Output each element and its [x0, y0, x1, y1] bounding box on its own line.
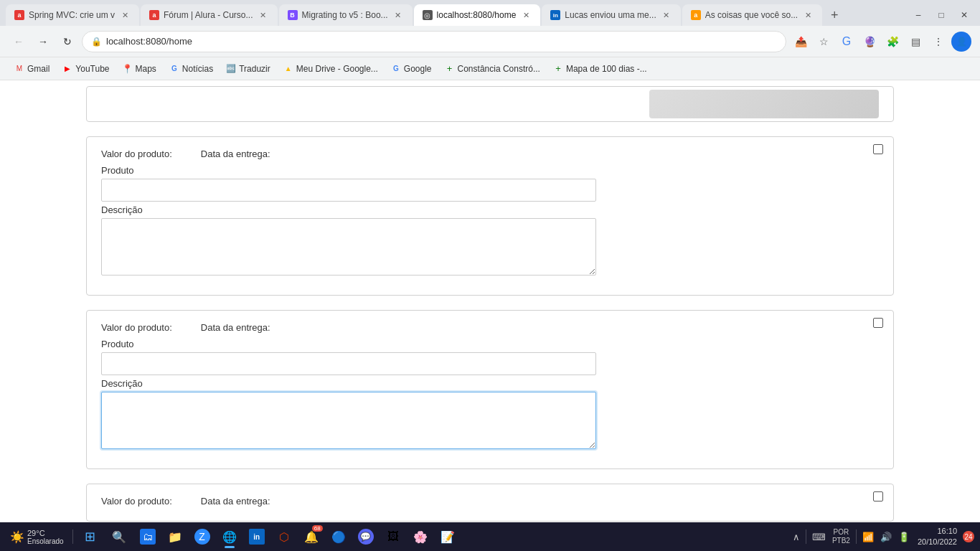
tab-icon-spring: a	[14, 10, 24, 20]
reading-mode-button[interactable]: ▤	[905, 32, 925, 52]
gmail-icon: M	[14, 64, 24, 74]
bookmark-drive[interactable]: ▲ Meu Drive - Google...	[278, 61, 384, 77]
taskbar-explorer-icon[interactable]: 📁	[162, 524, 188, 550]
start-button[interactable]: ⊞	[77, 524, 103, 550]
tab-icon-migrating: B	[288, 10, 298, 20]
window-controls: – □ ✕	[908, 7, 974, 26]
noticias-icon: G	[169, 64, 179, 74]
back-button[interactable]: ←	[9, 32, 29, 52]
photo-icon: 🖼	[385, 529, 401, 545]
taskbar-zoom-icon[interactable]: Z	[189, 524, 215, 550]
edge-icon: 🌐	[222, 529, 237, 545]
bookmark-youtube[interactable]: ▶ YouTube	[57, 61, 115, 77]
card3-checkbox[interactable]	[873, 491, 883, 501]
taskbar-notes-icon[interactable]: 📝	[435, 524, 461, 550]
taskbar-office-icon[interactable]: ⬡	[271, 524, 297, 550]
tray-network-icon[interactable]: 📶	[860, 530, 876, 544]
tab-migrating[interactable]: B Migrating to v5 : Boo... ✕	[279, 4, 413, 26]
google-account-button[interactable]: G	[837, 32, 857, 52]
bookmark-noticias[interactable]: G Notícias	[164, 61, 219, 77]
taskbar-apps: 🗂 📁 Z 🌐 in ⬡ 🔔 68 🔵	[135, 524, 461, 550]
card2-descricao-textarea[interactable]	[101, 392, 596, 449]
card1-checkbox[interactable]	[873, 144, 883, 154]
card1-data-label: Data da entrega:	[201, 149, 270, 159]
tab-close-linkedin[interactable]: ✕	[661, 9, 672, 21]
tab-icon-localhost: ◎	[423, 10, 433, 20]
linkedin-icon: in	[249, 529, 265, 545]
bookmark-google[interactable]: G Google	[385, 61, 438, 77]
new-tab-button[interactable]: +	[824, 4, 845, 26]
clock-date: 20/10/2022	[918, 537, 957, 547]
bookmarks-bar: M Gmail ▶ YouTube 📍 Maps G Notícias 🔤 Tr…	[0, 57, 980, 80]
weather-icon: ☀️	[10, 530, 24, 544]
card1-valor-label: Valor do produto:	[101, 149, 172, 159]
tab-close-spring[interactable]: ✕	[119, 9, 131, 21]
card2-valor-label: Valor do produto:	[101, 322, 172, 333]
address-bar[interactable]: 🔒 localhost:8080/home	[82, 31, 786, 52]
tray-chevron-icon[interactable]: ∧	[791, 530, 802, 544]
bookmark-constancia[interactable]: + Constância Constró...	[439, 61, 546, 77]
profile-button[interactable]: 👤	[951, 32, 971, 52]
tray-keyboard-icon[interactable]: ⌨	[810, 530, 828, 544]
card1-produto-input[interactable]	[101, 179, 596, 202]
bookmark-maps[interactable]: 📍 Maps	[117, 61, 162, 77]
taskbar-badge-68-icon[interactable]: 🔔 68	[298, 524, 324, 550]
weather-widget[interactable]: ☀️ 29°C Ensolarado	[6, 527, 68, 547]
tab-close-localhost[interactable]: ✕	[520, 9, 532, 21]
minimize-button[interactable]: –	[908, 7, 928, 23]
card2-produto-input[interactable]	[101, 352, 596, 375]
constancia-icon: +	[445, 64, 455, 74]
bookmark-gmail[interactable]: M Gmail	[9, 61, 55, 77]
tab-close-alura[interactable]: ✕	[258, 9, 269, 21]
tab-title-linkedin: Lucas enviou uma me...	[565, 10, 656, 20]
tab-close-migrating[interactable]: ✕	[392, 9, 404, 21]
youtube-icon: ▶	[62, 64, 72, 74]
card2-produto-group: Produto	[101, 339, 879, 375]
forward-button[interactable]: →	[33, 32, 53, 52]
tray-battery-icon[interactable]: 🔋	[896, 530, 912, 544]
tab-spring-mvc[interactable]: a Spring MVC: crie um v ✕	[6, 4, 139, 26]
tab-forum-alura[interactable]: a Fórum | Alura - Curso... ✕	[141, 4, 277, 26]
tray-lang-icon[interactable]: POR PTB2	[830, 527, 852, 547]
taskbar-flower-icon[interactable]: 🌸	[407, 524, 433, 550]
tab-localhost[interactable]: ◎ localhost:8080/home ✕	[414, 4, 541, 26]
bookmark-traduzir[interactable]: 🔤 Traduzir	[220, 61, 276, 77]
clock-widget[interactable]: 16:10 20/10/2022	[915, 526, 960, 548]
extension-button[interactable]: 🔮	[859, 32, 880, 52]
card2-checkbox[interactable]	[873, 318, 883, 328]
notification-count[interactable]: 24	[963, 531, 974, 542]
top-partial-image	[649, 90, 879, 118]
maps-icon: 📍	[123, 64, 133, 74]
taskbar-chrome-icon[interactable]: 🔵	[326, 524, 352, 550]
address-text: localhost:8080/home	[106, 36, 192, 47]
close-window-button[interactable]: ✕	[954, 7, 974, 23]
flower-icon: 🌸	[413, 529, 428, 545]
taskbar-search-button[interactable]: 🔍	[106, 524, 132, 550]
tray-volume-icon[interactable]: 🔊	[878, 530, 894, 544]
reload-button[interactable]: ↻	[57, 32, 77, 52]
card1-descricao-textarea[interactable]	[101, 218, 596, 276]
zoom-icon: Z	[194, 529, 210, 545]
card1-produto-group: Produto	[101, 165, 879, 202]
menu-button[interactable]: ⋮	[928, 32, 948, 52]
bookmark-mapa[interactable]: + Mapa de 100 dias -...	[547, 61, 653, 77]
bookmark-google-label: Google	[404, 64, 432, 74]
card2-descricao-group: Descrição	[101, 378, 879, 451]
form-card-1: Valor do produto: Data da entrega: Produ…	[86, 136, 894, 296]
taskbar-divider-1	[72, 529, 73, 544]
lock-icon: 🔒	[91, 37, 102, 47]
taskbar-linkedin-icon[interactable]: in	[244, 524, 270, 550]
page-inner: Valor do produto: Data da entrega: Produ…	[0, 86, 980, 522]
taskbar-edge-icon[interactable]: 🌐	[217, 524, 242, 550]
tab-close-amazon[interactable]: ✕	[802, 9, 814, 21]
tab-amazon[interactable]: a As coisas que você so... ✕	[682, 4, 822, 26]
tab-linkedin[interactable]: in Lucas enviou uma me... ✕	[542, 4, 680, 26]
maximize-button[interactable]: □	[931, 7, 951, 23]
taskbar-files-icon[interactable]: 🗂	[135, 524, 161, 550]
taskbar-photo-icon[interactable]: 🖼	[380, 524, 406, 550]
cast-button[interactable]: 📤	[791, 32, 811, 52]
taskbar-discord-icon[interactable]: 💬	[353, 524, 379, 550]
extensions-icon[interactable]: 🧩	[882, 32, 903, 52]
star-button[interactable]: ☆	[814, 32, 834, 52]
toolbar: ← → ↻ 🔒 localhost:8080/home 📤 ☆ G 🔮 🧩 ▤ …	[0, 26, 980, 57]
